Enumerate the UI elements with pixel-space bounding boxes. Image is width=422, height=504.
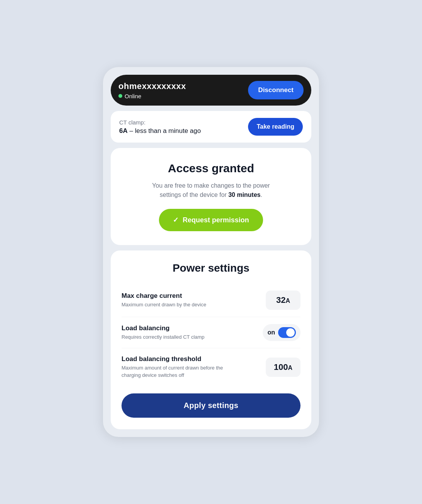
request-permission-label: Request permission <box>182 216 249 224</box>
toggle-knob <box>286 328 295 337</box>
ct-clamp-timestamp: – less than a minute ago <box>129 127 201 134</box>
setting-description-load-balancing: Requires correctly installed CT clamp <box>122 334 204 341</box>
toggle-on-label: on <box>267 329 275 336</box>
load-balancing-toggle[interactable] <box>278 327 296 338</box>
setting-row-load-threshold: Load balancing threshold Maximum amount … <box>122 348 300 385</box>
access-card: Access granted You are free to make chan… <box>111 148 311 245</box>
device-info: ohmexxxxxxxxx Online <box>118 81 186 99</box>
checkmark-icon: ✓ <box>173 216 179 224</box>
max-charge-value: 32 <box>276 295 285 305</box>
setting-description-max-charge: Maximum current drawn by the device <box>122 301 206 308</box>
apply-settings-button[interactable]: Apply settings <box>122 393 300 418</box>
ct-clamp-label: CT clamp: <box>119 119 201 126</box>
setting-description-load-threshold: Maximum amount of current drawn before t… <box>122 365 237 378</box>
ct-clamp-value: 6A – less than a minute ago <box>119 127 201 135</box>
load-threshold-value: 100 <box>274 362 288 372</box>
header-bar: ohmexxxxxxxxx Online Disconnect <box>111 75 311 106</box>
phone-card: ohmexxxxxxxxx Online Disconnect CT clamp… <box>103 67 319 437</box>
request-permission-button[interactable]: ✓ Request permission <box>159 209 263 231</box>
power-settings-card: Power settings Max charge current Maximu… <box>111 250 311 429</box>
setting-info-load-balancing: Load balancing Requires correctly instal… <box>122 324 204 341</box>
status-label: Online <box>125 93 141 99</box>
access-description-end: . <box>261 192 262 198</box>
setting-value-max-charge[interactable]: 32A <box>266 291 300 310</box>
setting-info-load-threshold: Load balancing threshold Maximum amount … <box>122 355 237 378</box>
setting-row-load-balancing: Load balancing Requires correctly instal… <box>122 317 300 348</box>
ct-clamp-info: CT clamp: 6A – less than a minute ago <box>119 119 201 135</box>
device-name: ohmexxxxxxxxx <box>118 81 186 91</box>
access-description: You are free to make changes to the powe… <box>142 181 280 200</box>
power-settings-title: Power settings <box>122 262 300 274</box>
access-duration: 30 minutes <box>228 192 261 198</box>
ct-clamp-reading: 6A <box>119 127 128 134</box>
max-charge-unit: A <box>285 297 290 304</box>
online-status: Online <box>118 93 186 99</box>
load-balancing-toggle-container[interactable]: on <box>263 324 300 341</box>
load-threshold-unit: A <box>288 365 293 371</box>
setting-label-max-charge: Max charge current <box>122 292 206 300</box>
status-dot-icon <box>118 94 122 98</box>
setting-value-load-threshold[interactable]: 100A <box>266 358 300 377</box>
access-title: Access granted <box>168 162 254 175</box>
disconnect-button[interactable]: Disconnect <box>248 81 304 99</box>
setting-row-max-charge: Max charge current Maximum current drawn… <box>122 284 300 317</box>
setting-label-load-threshold: Load balancing threshold <box>122 355 237 363</box>
ct-clamp-card: CT clamp: 6A – less than a minute ago Ta… <box>111 111 311 143</box>
setting-label-load-balancing: Load balancing <box>122 324 204 332</box>
setting-info-max-charge: Max charge current Maximum current drawn… <box>122 292 206 308</box>
take-reading-button[interactable]: Take reading <box>248 118 303 136</box>
